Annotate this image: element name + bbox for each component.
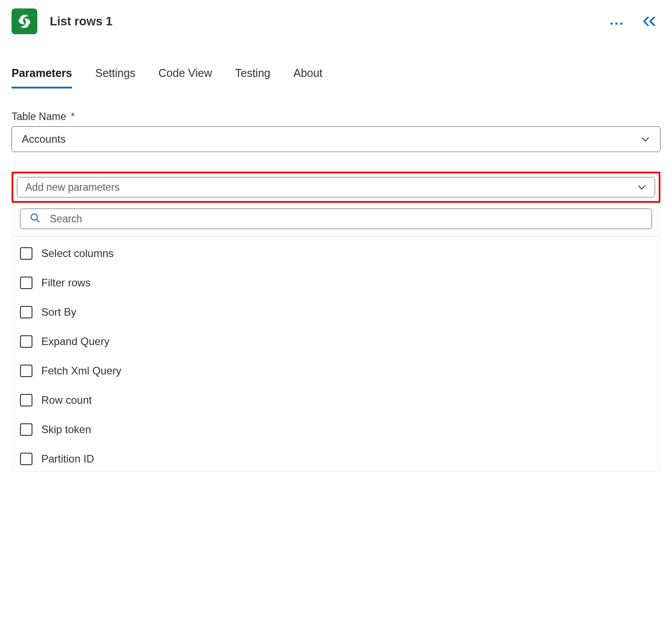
tab-parameters[interactable]: Parameters [12,67,72,88]
param-option-label: Fetch Xml Query [41,365,121,377]
panel-title: List rows 1 [50,15,597,28]
add-parameters-dropdown[interactable]: Add new parameters [17,177,655,197]
parameter-option-list: Select columns Filter rows Sort By Expan… [13,236,659,471]
checkbox[interactable] [20,247,32,260]
param-option-label: Filter rows [41,277,91,289]
tab-bar: Parameters Settings Code View Testing Ab… [12,67,660,88]
param-option-partition-id[interactable]: Partition ID [20,453,652,469]
table-name-dropdown[interactable]: Accounts [12,126,660,152]
checkbox[interactable] [20,423,32,436]
header-actions [610,16,657,27]
checkbox[interactable] [20,306,32,318]
checkbox[interactable] [20,394,32,406]
svg-line-4 [37,220,40,222]
svg-point-2 [620,22,622,24]
param-option-label: Select columns [41,247,114,260]
search-input[interactable] [49,213,643,225]
svg-point-1 [615,22,617,24]
tab-code-view[interactable]: Code View [159,67,212,88]
search-row [13,203,659,236]
svg-point-0 [610,22,612,24]
tab-settings[interactable]: Settings [95,67,135,88]
dataverse-icon [12,8,37,34]
param-option-label: Skip token [41,423,91,436]
required-asterisk: * [71,111,75,122]
table-name-value: Accounts [22,133,66,145]
param-option-skip-token[interactable]: Skip token [20,423,652,453]
checkbox[interactable] [20,365,32,377]
param-option-label: Row count [41,394,92,406]
panel-header: List rows 1 [12,7,660,36]
param-option-label: Partition ID [41,453,94,465]
table-name-label-text: Table Name [12,111,66,122]
parameters-body: Table Name * Accounts Add new parameters [12,111,660,472]
param-option-expand-query[interactable]: Expand Query [20,335,652,365]
param-option-row-count[interactable]: Row count [20,394,652,423]
checkbox[interactable] [20,335,32,348]
tab-testing[interactable]: Testing [235,67,270,88]
checkbox[interactable] [20,277,32,289]
chevron-down-icon [640,134,650,144]
action-panel: List rows 1 Parameters Settings Code Vie… [0,0,672,472]
more-menu-button[interactable] [610,16,623,27]
param-option-select-columns[interactable]: Select columns [20,247,652,277]
param-option-filter-rows[interactable]: Filter rows [20,277,652,306]
checkbox[interactable] [20,453,32,465]
param-option-fetch-xml-query[interactable]: Fetch Xml Query [20,365,652,394]
add-parameters-highlight: Add new parameters [12,172,660,203]
collapse-button[interactable] [642,16,657,27]
parameters-dropdown-panel: Select columns Filter rows Sort By Expan… [12,203,660,472]
tab-about[interactable]: About [293,67,322,88]
table-name-label: Table Name * [12,111,660,123]
param-option-label: Expand Query [41,335,109,348]
add-parameters-placeholder: Add new parameters [25,181,120,193]
chevron-down-icon [637,182,647,192]
search-box[interactable] [20,209,652,229]
param-option-sort-by[interactable]: Sort By [20,306,652,335]
param-option-label: Sort By [41,306,76,318]
search-icon [29,212,41,225]
